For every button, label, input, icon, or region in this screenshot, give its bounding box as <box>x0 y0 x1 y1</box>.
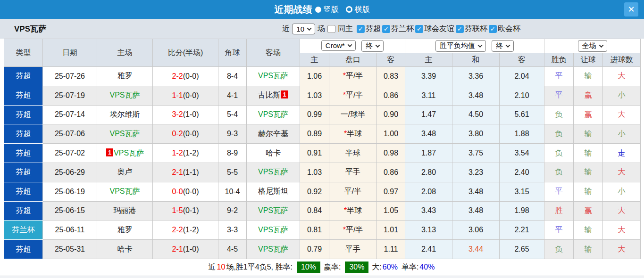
home-team-cell: 玛丽港 <box>97 201 153 221</box>
odds-source-select[interactable]: Crow* <box>321 40 356 51</box>
horizontal-layout-label[interactable]: 横版 <box>355 5 370 15</box>
subheader-lose: 客 <box>500 53 544 67</box>
odds-time-select[interactable]: 终 <box>361 40 384 52</box>
league-filter-label: 球会友谊 <box>424 24 454 34</box>
summary-record: 场,胜1平4负5, 胜率: <box>226 262 292 272</box>
wdl-source-value: 胜平负均值 <box>440 41 475 50</box>
matches-label: 场 <box>318 24 325 34</box>
handicap-cell: *半球 <box>329 201 377 221</box>
wdl-result-cell: 负 <box>544 105 574 124</box>
league-filter: ✓欧会杯 <box>489 24 520 34</box>
date-cell: 25-07-26 <box>43 67 97 86</box>
wdl-time-select[interactable]: 终 <box>492 40 514 52</box>
table-row: 芬超25-07-19VPS瓦萨1-1(0-0)4-1古比斯11.03*平/半0.… <box>4 86 641 105</box>
score-cell: 3-2(1-0) <box>153 105 218 124</box>
league-filter-label: 欧会杯 <box>498 24 520 34</box>
wdl-result-cell: 胜 <box>544 201 574 221</box>
goals-result-cell: 大 <box>603 240 641 259</box>
asian-away-odds-cell: 0.86 <box>377 163 405 182</box>
wdl-result-cell: 平 <box>544 182 574 201</box>
win-odds-cell: 2.80 <box>405 163 452 182</box>
home-team-cell: VPS瓦萨 <box>97 86 153 105</box>
home-team-cell: 奥卢 <box>97 163 153 182</box>
lose-odds-cell: 2.21 <box>500 221 544 240</box>
lose-odds-cell: 1.88 <box>500 124 544 144</box>
league-type-cell: 芬超 <box>4 124 43 144</box>
col-header-date: 日期 <box>43 39 97 67</box>
goals-result-cell: 大 <box>603 201 641 221</box>
check-icon: ✓ <box>384 26 389 32</box>
scope-select[interactable]: 全场 <box>578 40 607 52</box>
corner-cell: 5-4 <box>218 105 247 124</box>
same-home-checkbox[interactable] <box>327 25 335 33</box>
away-team-cell: VPS瓦萨 <box>247 201 300 221</box>
league-checkbox[interactable]: ✓ <box>357 25 365 33</box>
score-cell: 2-2(1-2) <box>153 221 218 240</box>
recent-label: 近 <box>282 24 290 34</box>
table-row: 芬超25-07-021VPS瓦萨1-2(1-2)8-9哈卡0.91半球0.981… <box>4 144 641 163</box>
handicap-result-cell: 赢 <box>574 105 603 124</box>
wdl-source-select[interactable]: 胜平负均值 <box>435 40 486 52</box>
vertical-layout-radio[interactable] <box>315 7 321 13</box>
summary-prefix: 近 <box>209 262 216 272</box>
lose-odds-cell: 2.10 <box>500 86 544 105</box>
asian-away-odds-cell: 0.83 <box>377 67 405 86</box>
summary-count: 10 <box>217 263 226 271</box>
big-rate-value: 60% <box>383 263 398 271</box>
chevron-down-icon <box>506 43 510 48</box>
win-odds-cell: 3.39 <box>405 67 452 86</box>
subheader-handicap-result: 让球 <box>574 53 603 67</box>
asian-away-odds-cell: 0.98 <box>377 144 405 163</box>
table-row: 芬超25-07-06VPS瓦萨0-2(0-0)9-3赫尔辛基0.89*半球1.0… <box>4 124 641 144</box>
date-cell: 25-07-02 <box>43 144 97 163</box>
asian-home-odds-cell: 1.03 <box>300 86 329 105</box>
wdl-result-cell: 负 <box>544 144 574 163</box>
away-team-cell: VPS瓦萨 <box>247 221 300 240</box>
asian-away-odds-cell: 0.86 <box>377 86 405 105</box>
odds-time-value: 终 <box>366 41 373 50</box>
col-header-type: 类型 <box>4 39 43 67</box>
close-icon: ✕ <box>627 4 635 15</box>
chevron-down-icon <box>376 43 380 48</box>
score-cell: 2-1(1-1) <box>153 163 218 182</box>
subheader-asian-away: 客 <box>377 53 405 67</box>
asian-away-odds-cell: 1.11 <box>377 240 405 259</box>
asian-home-odds-cell: 0.81 <box>300 221 329 240</box>
handicap-result-cell: 输 <box>574 144 603 163</box>
subheader-goals-result: 进球数 <box>603 53 641 67</box>
score-cell: 2-1(1-0) <box>153 240 218 259</box>
league-checkbox[interactable]: ✓ <box>382 25 390 33</box>
away-team-cell: 格尼斯坦 <box>247 182 300 201</box>
league-checkbox[interactable]: ✓ <box>415 25 423 33</box>
league-type-cell: 芬超 <box>4 240 43 259</box>
team-name: VPS瓦萨 <box>14 24 46 34</box>
handicap-rate-label: 赢率: <box>324 262 341 272</box>
wdl-result-cell: 负 <box>544 240 574 259</box>
vertical-layout-label[interactable]: 竖版 <box>324 5 339 15</box>
league-type-cell: 芬兰杯 <box>4 221 43 240</box>
header-row-top: 类型 日期 主场 比分(半场) 角球 客场 Crow* 终 胜平负均值 <box>4 39 641 53</box>
chevron-down-icon <box>347 42 352 47</box>
col-header-score: 比分(半场) <box>153 39 218 67</box>
league-checkbox[interactable]: ✓ <box>489 25 497 33</box>
recent-count-select[interactable]: 10 <box>292 24 315 34</box>
league-checkbox[interactable]: ✓ <box>456 25 464 33</box>
handicap-result-cell: 输 <box>574 163 603 182</box>
table-row: 芬超25-07-26雅罗2-2(0-0)8-4VPS瓦萨1.06*平/半0.83… <box>4 67 641 86</box>
league-type-cell: 芬超 <box>4 163 43 182</box>
subheader-wdl-result: 胜负 <box>544 53 574 67</box>
same-home-label: 同主 <box>338 24 353 34</box>
draw-odds-cell: 3.06 <box>452 221 500 240</box>
close-button[interactable]: ✕ <box>624 2 638 16</box>
horizontal-layout-radio[interactable] <box>346 6 352 13</box>
wdl-time-value: 终 <box>496 41 503 50</box>
score-cell: 1-5(0-1) <box>153 201 218 221</box>
goals-result-cell: 小 <box>603 124 641 144</box>
draw-odds-cell: 3.23 <box>452 163 500 182</box>
subheader-draw: 和 <box>452 53 500 67</box>
chevron-down-icon <box>477 43 482 48</box>
summary-bar: 近 10 场,胜1平4负5, 胜率: 10% 赢率: 30% 大: 60% 单率… <box>0 259 644 276</box>
handicap-result-cell: 输 <box>574 67 603 86</box>
asian-home-odds-cell: 1.03 <box>300 163 329 182</box>
home-team-cell: 哈卡 <box>97 240 153 259</box>
